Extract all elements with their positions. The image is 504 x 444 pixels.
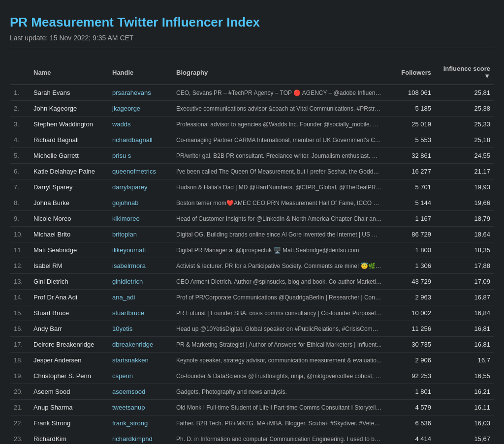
cell-influence-score: 21,17 — [435, 164, 494, 179]
cell-bio: Ph. D. in Information and computer Commu… — [172, 431, 386, 444]
table-row: 14. Prof Dr Ana Adi ana_adi Prof of PR/C… — [10, 290, 494, 305]
col-header-influence[interactable]: Influence score ▼ — [435, 60, 494, 85]
table-row: 18. Jesper Andersen startsnakken Keynote… — [10, 353, 494, 368]
cell-influence-score: 24,55 — [435, 148, 494, 164]
cell-handle[interactable]: richardkimphd — [108, 431, 172, 444]
cell-rank: 20. — [10, 384, 30, 400]
table-row: 15. Stuart Bruce stuartbruce PR Futurist… — [10, 305, 494, 321]
cell-rank: 19. — [10, 368, 30, 384]
cell-bio: Executive communications advisor &coach … — [172, 101, 386, 117]
cell-followers: 10 002 — [386, 305, 435, 321]
cell-rank: 8. — [10, 195, 30, 211]
cell-name: Stuart Bruce — [30, 305, 108, 321]
cell-handle[interactable]: prsarahevans — [108, 85, 172, 101]
cell-bio: Keynote speaker, strategy advisor, commu… — [172, 353, 386, 368]
cell-rank: 12. — [10, 258, 30, 274]
cell-bio: Head of Customer Insights for @LinkedIn … — [172, 211, 386, 227]
cell-rank: 23. — [10, 431, 30, 444]
table-header-row: Name Handle Biography Followers Influenc… — [10, 60, 494, 85]
cell-influence-score: 16,84 — [435, 305, 494, 321]
cell-bio: Gadgets, Photography and news analysis. — [172, 384, 386, 400]
cell-handle[interactable]: ana_adi — [108, 290, 172, 305]
table-row: 4. Richard Bagnall richardbagnall Co-man… — [10, 132, 494, 148]
cell-followers: 11 256 — [386, 321, 435, 337]
cell-bio: Hudson & Halia's Dad | MD @HardNumbers, … — [172, 179, 386, 195]
cell-followers: 25 019 — [386, 117, 435, 132]
page-title: PR Measurement Twitter Influencer Index — [10, 15, 494, 30]
cell-bio: Old Monk I Full-time Student of Life I P… — [172, 400, 386, 415]
cell-name: Nicole Moreo — [30, 211, 108, 227]
cell-influence-score: 19,66 — [435, 195, 494, 211]
cell-bio: PR/writer gal. B2B PR consultant. Freela… — [172, 148, 386, 164]
cell-rank: 14. — [10, 290, 30, 305]
cell-handle[interactable]: jkageorge — [108, 101, 172, 117]
cell-handle[interactable]: cspenn — [108, 368, 172, 384]
cell-name: John Kageorge — [30, 101, 108, 117]
cell-name: Frank Strong — [30, 415, 108, 431]
cell-influence-score: 16,03 — [435, 415, 494, 431]
cell-influence-score: 16,55 — [435, 368, 494, 384]
cell-influence-score: 25,33 — [435, 117, 494, 132]
cell-followers: 5 701 — [386, 179, 435, 195]
cell-handle[interactable]: britopian — [108, 227, 172, 242]
cell-handle[interactable]: darrylsparey — [108, 179, 172, 195]
cell-bio: Professional advisor to agencies @Wadds … — [172, 117, 386, 132]
cell-handle[interactable]: aseemsood — [108, 384, 172, 400]
cell-followers: 4 579 — [386, 400, 435, 415]
cell-rank: 22. — [10, 415, 30, 431]
cell-name: Gini Dietrich — [30, 274, 108, 290]
cell-name: Darryl Sparey — [30, 179, 108, 195]
cell-handle[interactable]: 10yetis — [108, 321, 172, 337]
table-row: 3. Stephen Waddington wadds Professional… — [10, 117, 494, 132]
cell-rank: 15. — [10, 305, 30, 321]
cell-bio: Digital PR Manager at @iprospectuk 🖥️ Ma… — [172, 242, 386, 258]
cell-rank: 16. — [10, 321, 30, 337]
cell-handle[interactable]: wadds — [108, 117, 172, 132]
cell-handle[interactable]: prisu s — [108, 148, 172, 164]
cell-rank: 5. — [10, 148, 30, 164]
col-header-bio: Biography — [172, 60, 386, 85]
cell-followers: 30 735 — [386, 337, 435, 353]
cell-name: Matt Seabridge — [30, 242, 108, 258]
cell-influence-score: 18,64 — [435, 227, 494, 242]
cell-followers: 2 906 — [386, 353, 435, 368]
cell-handle[interactable]: gojohnab — [108, 195, 172, 211]
cell-followers: 5 553 — [386, 132, 435, 148]
cell-handle[interactable]: ilikeyoumatt — [108, 242, 172, 258]
cell-influence-score: 16,81 — [435, 337, 494, 353]
cell-rank: 7. — [10, 179, 30, 195]
col-header-followers: Followers — [386, 60, 435, 85]
cell-name: Aseem Sood — [30, 384, 108, 400]
table-row: 11. Matt Seabridge ilikeyoumatt Digital … — [10, 242, 494, 258]
table-row: 16. Andy Barr 10yetis Head up @10YetisDi… — [10, 321, 494, 337]
cell-followers: 43 729 — [386, 274, 435, 290]
cell-handle[interactable]: richardbagnall — [108, 132, 172, 148]
cell-influence-score: 18,35 — [435, 242, 494, 258]
cell-bio: I've been called The Queen Of Measuremen… — [172, 164, 386, 179]
cell-influence-score: 25,18 — [435, 132, 494, 148]
cell-name: Richard Bagnall — [30, 132, 108, 148]
cell-followers: 1 167 — [386, 211, 435, 227]
influencer-table: Name Handle Biography Followers Influenc… — [10, 60, 494, 444]
cell-handle[interactable]: kikimoreo — [108, 211, 172, 227]
table-row: 13. Gini Dietrich ginidietrich CEO Armen… — [10, 274, 494, 290]
cell-rank: 17. — [10, 337, 30, 353]
cell-followers: 32 861 — [386, 148, 435, 164]
cell-handle[interactable]: ginidietrich — [108, 274, 172, 290]
cell-handle[interactable]: startsnakken — [108, 353, 172, 368]
table-row: 22. Frank Strong frank_strong Father. B2… — [10, 415, 494, 431]
cell-bio: Co-founder & DataScience @TrustInsights,… — [172, 368, 386, 384]
cell-handle[interactable]: tweetsanup — [108, 400, 172, 415]
cell-rank: 6. — [10, 164, 30, 179]
cell-influence-score: 16,21 — [435, 384, 494, 400]
cell-name: RichardKim — [30, 431, 108, 444]
cell-handle[interactable]: queenofmetrics — [108, 164, 172, 179]
cell-handle[interactable]: isabelrmora — [108, 258, 172, 274]
table-row: 5. Michelle Garrett prisu s PR/writer ga… — [10, 148, 494, 164]
cell-bio: PR Futurist | Founder SBA: crisis comms … — [172, 305, 386, 321]
cell-handle[interactable]: frank_strong — [108, 415, 172, 431]
cell-name: Anup Sharma — [30, 400, 108, 415]
cell-handle[interactable]: stuartbruce — [108, 305, 172, 321]
cell-handle[interactable]: dbreakenridge — [108, 337, 172, 353]
cell-rank: 1. — [10, 85, 30, 101]
